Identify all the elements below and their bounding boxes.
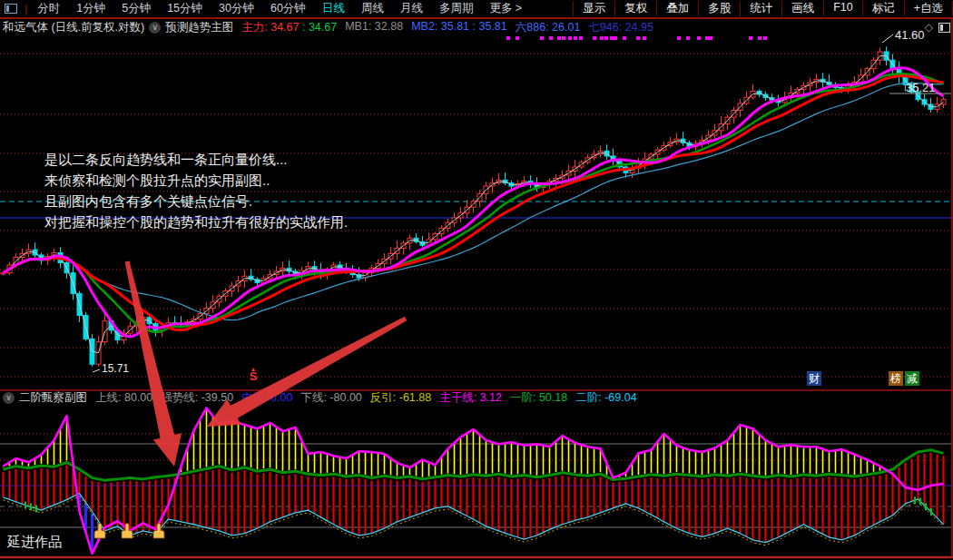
field-七946: 七946: 24.95 bbox=[588, 20, 653, 35]
sub-indicator-values: 上线: 80.00强势线: -39.50中线: 0.00下线: -80.00反引… bbox=[87, 390, 637, 406]
field-value: 35.81 bbox=[441, 20, 469, 33]
field-label: 六886: bbox=[516, 21, 552, 34]
annotation-line: 来侦察和检测个股拉升点的实用副图.. bbox=[44, 170, 348, 191]
sub-field-上线: 上线: 80.00 bbox=[95, 390, 152, 406]
tag-finance[interactable]: 财 bbox=[807, 371, 821, 386]
low-price-label: 15.71 bbox=[102, 362, 129, 375]
menu-item-15分钟[interactable]: 15分钟 bbox=[167, 1, 202, 16]
menu-item-分时[interactable]: 分时 bbox=[37, 1, 60, 16]
field-value: 32.88 bbox=[375, 20, 403, 33]
watermark: 延进作品 bbox=[7, 534, 62, 551]
toolbar-button-叠加[interactable]: 叠加 bbox=[656, 1, 698, 16]
annotation-line: 对把握和操控个股的趋势和拉升有很好的实战作用. bbox=[44, 211, 348, 232]
field-value-2: : 34.67 bbox=[299, 21, 337, 34]
panel-toggle-icon[interactable] bbox=[938, 23, 950, 33]
field-label: 七946: bbox=[588, 21, 624, 34]
toolbar-button-标记[interactable]: 标记 bbox=[862, 1, 904, 16]
annotation-line: 是以二条反向趋势线和一条正向量价线... bbox=[44, 149, 348, 170]
sub-collapse-chevron-icon[interactable]: ∨ bbox=[3, 392, 15, 404]
field-value: 24.95 bbox=[625, 21, 653, 34]
toolbar-button-画线[interactable]: 画线 bbox=[781, 1, 823, 16]
menu-item-1分钟[interactable]: 1分钟 bbox=[76, 1, 105, 16]
last-price-label: 35.21 bbox=[906, 81, 936, 94]
sell-signal-marker: ▲ S bbox=[245, 366, 261, 380]
sub-field-反引: 反引: -61.88 bbox=[370, 390, 431, 406]
menubar: | 分时1分钟5分钟15分钟30分钟60分钟日线周线月线多周期更多 > 显示复权… bbox=[0, 0, 953, 19]
sub-field-中线: 中线: 0.00 bbox=[241, 390, 292, 406]
sell-marker-letter: S bbox=[245, 373, 261, 380]
header-corner-icons: ◇ bbox=[925, 21, 950, 34]
menu-item-周线[interactable]: 周线 bbox=[361, 1, 384, 16]
field-MB2: MB2: 35.81 : 35.81 bbox=[411, 20, 507, 35]
indicator-values: 主力: 34.67 : 34.67MB1: 32.88MB2: 35.81 : … bbox=[233, 20, 653, 35]
collapse-chevron-icon[interactable]: ∨ bbox=[149, 22, 161, 34]
tag-rank[interactable]: 榜 bbox=[889, 371, 903, 386]
menu-item-月线[interactable]: 月线 bbox=[400, 1, 423, 16]
toolbar-button-显示[interactable]: 显示 bbox=[573, 1, 614, 16]
field-label: 主力: bbox=[241, 21, 270, 34]
field-value-2: : 35.81 bbox=[469, 20, 507, 33]
sub-field-下线: 下线: -80.00 bbox=[300, 390, 361, 406]
menu-item-更多 >[interactable]: 更多 > bbox=[489, 1, 522, 16]
annotation-line: 且副图内包含有多个关键点位信号. bbox=[44, 191, 348, 211]
window-layout-icon[interactable] bbox=[5, 4, 17, 14]
toolbar-button-复权[interactable]: 复权 bbox=[614, 1, 656, 16]
field-value: 34.67 bbox=[270, 21, 299, 34]
menu-item-多周期[interactable]: 多周期 bbox=[439, 1, 474, 16]
hand-signal-icon bbox=[94, 524, 105, 539]
main-chart-header: 和远气体 (日线.前复权.对数) ∨ 预测趋势主图 主力: 34.67 : 34… bbox=[3, 19, 917, 35]
field-label: MB1: bbox=[345, 20, 375, 33]
sub-chart-header: ∨ 二阶甄察副图 上线: 80.00强势线: -39.50中线: 0.00下线:… bbox=[2, 391, 951, 405]
field-value: 26.01 bbox=[552, 21, 580, 34]
menu-item-日线[interactable]: 日线 bbox=[322, 1, 345, 16]
menu-item-30分钟[interactable]: 30分钟 bbox=[219, 1, 254, 16]
toolbar-button-+自选[interactable]: +自选 bbox=[904, 1, 953, 16]
toolbar-button-统计[interactable]: 统计 bbox=[740, 1, 781, 16]
toolbar-button-F10[interactable]: F10 bbox=[823, 1, 862, 16]
tag-reduce[interactable]: 减 bbox=[905, 371, 919, 386]
menu-item-5分钟[interactable]: 5分钟 bbox=[122, 1, 151, 16]
sub-field-强势线: 强势线: -39.50 bbox=[161, 390, 233, 406]
indicator-title: 预测趋势主图 bbox=[165, 20, 233, 35]
sub-field-二阶: 二阶: -69.04 bbox=[575, 390, 636, 406]
sub-field-主干线: 主干线: 3.12 bbox=[439, 390, 502, 406]
sub-field-一阶: 一阶: 50.18 bbox=[510, 390, 567, 406]
symbol-title: 和远气体 (日线.前复权.对数) bbox=[3, 20, 144, 35]
field-六886: 六886: 26.01 bbox=[516, 20, 581, 35]
toolbar-button-多股[interactable]: 多股 bbox=[698, 1, 740, 16]
toolbar-menu: 显示复权叠加多股统计画线F10标记+自选 bbox=[573, 1, 953, 16]
chart-canvas[interactable] bbox=[0, 0, 953, 560]
trading-app-window: | 分时1分钟5分钟15分钟30分钟60分钟日线周线月线多周期更多 > 显示复权… bbox=[0, 0, 953, 560]
annotation-text: 是以二条反向趋势线和一条正向量价线... 来侦察和检测个股拉升点的实用副图.. … bbox=[44, 149, 348, 232]
diamond-icon[interactable]: ◇ bbox=[925, 21, 933, 34]
sub-indicator-title: 二阶甄察副图 bbox=[19, 390, 87, 406]
field-MB1: MB1: 32.88 bbox=[345, 20, 403, 35]
field-主力: 主力: 34.67 : 34.67 bbox=[241, 20, 337, 35]
period-menu: 分时1分钟5分钟15分钟30分钟60分钟日线周线月线多周期更多 > bbox=[29, 1, 530, 16]
field-label: MB2: bbox=[411, 20, 441, 33]
menu-divider: | bbox=[25, 3, 27, 15]
menu-item-60分钟[interactable]: 60分钟 bbox=[270, 1, 306, 16]
